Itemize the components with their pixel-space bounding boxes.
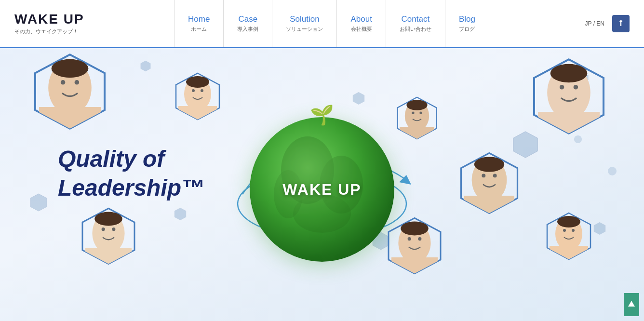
facebook-button[interactable]: f	[612, 15, 630, 32]
nav-item-solution[interactable]: Solutionソリューション	[272, 0, 336, 47]
svg-point-55	[418, 237, 421, 241]
nav-sub-about: 会社概要	[351, 26, 372, 33]
hero-section: Quality of Leadership™ 🌱 WAKE UP	[0, 48, 644, 321]
decoration-9	[574, 135, 582, 146]
svg-rect-46	[85, 248, 132, 265]
svg-point-42	[474, 157, 504, 172]
svg-point-63	[557, 216, 580, 227]
svg-point-20	[201, 89, 203, 92]
svg-point-56	[401, 222, 429, 236]
logo[interactable]: WAKE UP その力、ウエイクアップ！	[14, 12, 92, 35]
svg-point-72	[608, 167, 617, 175]
nav-sub-case: 導入事例	[237, 26, 258, 33]
globe-text: WAKE UP	[282, 181, 361, 199]
svg-point-48	[112, 227, 115, 231]
svg-point-33	[560, 85, 564, 90]
lang-switch[interactable]: JP / EN	[585, 20, 604, 27]
decoration-3	[29, 193, 48, 214]
svg-point-14	[52, 59, 89, 78]
svg-marker-65	[353, 92, 364, 104]
svg-rect-53	[391, 257, 438, 275]
main-nav: HomeホームCase導入事例SolutionソリューションAbout会社概要C…	[92, 0, 572, 47]
globe: 🌱 WAKE UP	[250, 117, 394, 262]
logo-text: WAKE UP	[14, 12, 92, 27]
svg-marker-64	[141, 61, 150, 71]
svg-point-47	[102, 227, 105, 231]
svg-point-28	[406, 100, 427, 110]
svg-point-27	[419, 112, 422, 114]
nav-main-blog: Blog	[459, 14, 475, 24]
svg-point-54	[408, 237, 411, 241]
nav-main-contact: Contact	[402, 14, 430, 24]
svg-marker-71	[594, 222, 605, 234]
person-hex-person1	[31, 53, 108, 130]
svg-point-12	[61, 80, 66, 85]
hero-tagline: Quality of Leadership™	[58, 145, 204, 202]
svg-point-40	[482, 174, 485, 178]
person-hex-person5	[458, 152, 521, 214]
svg-marker-67	[30, 194, 47, 211]
svg-marker-74	[628, 301, 635, 307]
nav-main-solution: Solution	[290, 14, 319, 24]
nav-sub-solution: ソリューション	[286, 26, 323, 33]
svg-point-19	[192, 89, 195, 92]
decoration-8	[607, 166, 617, 178]
svg-point-26	[412, 112, 414, 114]
svg-marker-68	[174, 208, 186, 220]
svg-rect-39	[464, 196, 514, 214]
svg-point-41	[493, 174, 497, 178]
tagline-line1: Quality of	[58, 145, 204, 174]
decoration-7	[593, 222, 606, 237]
svg-point-35	[550, 64, 588, 82]
svg-rect-18	[178, 106, 217, 120]
svg-point-61	[563, 229, 566, 232]
nav-sub-home: ホーム	[191, 26, 207, 33]
nav-item-blog[interactable]: Blogブログ	[445, 0, 489, 47]
nav-item-case[interactable]: Case導入事例	[223, 0, 272, 47]
person-hex-person7	[386, 217, 443, 275]
globe-container: 🌱 WAKE UP	[245, 107, 399, 262]
decoration-4	[174, 207, 187, 223]
svg-point-34	[574, 85, 578, 90]
person-hex-person4	[530, 58, 607, 135]
person-hex-person3	[395, 96, 439, 140]
svg-rect-32	[538, 112, 600, 135]
svg-point-49	[94, 212, 122, 226]
header-right: JP / EN f	[572, 15, 630, 32]
svg-rect-11	[39, 107, 101, 130]
svg-rect-25	[400, 127, 434, 140]
scroll-to-top-button[interactable]	[624, 293, 639, 316]
person-hex-person8	[545, 212, 593, 260]
nav-main-case: Case	[239, 14, 258, 24]
svg-rect-60	[550, 246, 588, 260]
person-hex-person6	[80, 207, 137, 265]
svg-point-13	[75, 80, 80, 85]
tagline-line2: Leadership™	[58, 174, 204, 202]
nav-item-contact[interactable]: Contactお問い合わせ	[386, 0, 445, 47]
svg-point-73	[574, 135, 582, 143]
nav-sub-contact: お問い合わせ	[400, 26, 431, 33]
nav-item-about[interactable]: About会社概要	[336, 0, 385, 47]
person-hex-person2	[174, 72, 222, 120]
nav-item-home[interactable]: Homeホーム	[174, 0, 223, 47]
svg-point-21	[186, 76, 209, 88]
svg-point-62	[572, 229, 575, 232]
nav-sub-blog: ブログ	[459, 26, 475, 33]
nav-main-about: About	[350, 14, 372, 24]
decoration-0	[140, 60, 151, 74]
site-header: WAKE UP その力、ウエイクアップ！ HomeホームCase導入事例Solu…	[0, 0, 644, 48]
nav-main-home: Home	[188, 14, 210, 24]
logo-tagline: その力、ウエイクアップ！	[14, 28, 92, 35]
decoration-1	[352, 92, 365, 107]
